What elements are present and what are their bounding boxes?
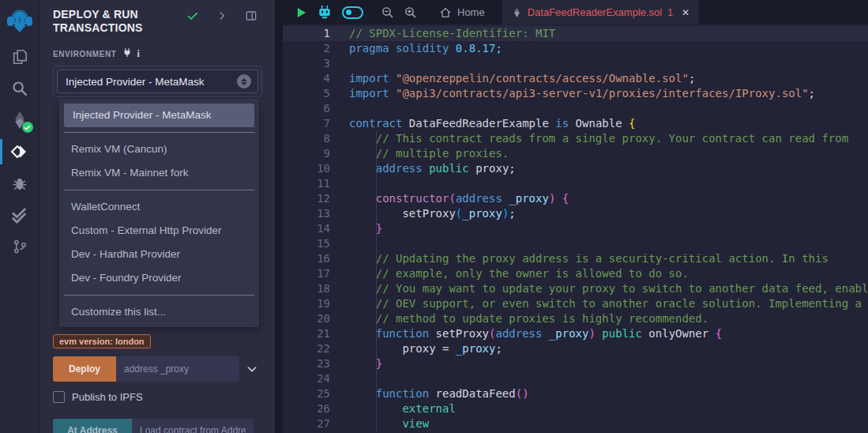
environment-label: ENVIRONMENT [53, 50, 117, 58]
code-line: 19 // OEV support, or even switch to ano… [283, 296, 868, 311]
code-line: 1// SPDX-License-Identifier: MIT [283, 26, 868, 41]
environment-menu-item[interactable]: Customize this list... [62, 300, 256, 324]
evm-version-badge: evm version: london [53, 334, 151, 348]
pin-panel-icon[interactable] [240, 9, 262, 22]
ai-assistant-icon[interactable] [312, 5, 337, 21]
line-number: 1 [283, 26, 330, 41]
at-address-input[interactable] [132, 419, 254, 433]
solidity-compiler-icon[interactable] [0, 104, 39, 136]
indent-guide [376, 311, 377, 326]
line-number: 9 [283, 146, 330, 161]
line-number: 18 [283, 281, 330, 296]
deploy-args-input[interactable] [116, 356, 239, 382]
panel-title: DEPLOY & RUN TRANSACTIONS [53, 8, 182, 35]
code-line: 16 // Updating the proxy address is a se… [283, 251, 868, 266]
code-line: 11 [283, 176, 868, 191]
line-number: 23 [283, 356, 330, 371]
code-line: 4import "@openzeppelin/contracts/access/… [283, 71, 868, 86]
deploy-run-panel: DEPLOY & RUN TRANSACTIONS ENVIRONMENT i [39, 0, 275, 433]
code-line: 8 // This contract reads from a single p… [283, 131, 868, 146]
code-line: 22 proxy = _proxy; [283, 341, 868, 356]
menu-divider [64, 295, 254, 296]
environment-menu-item[interactable]: Dev - Foundry Provider [62, 266, 256, 290]
line-number: 12 [283, 191, 330, 206]
indent-guide [376, 251, 377, 266]
close-tab-icon[interactable]: ✕ [682, 7, 690, 18]
environment-menu-item[interactable]: Custom - External Http Provider [62, 219, 256, 243]
environment-menu-item[interactable]: Remix VM - Mainnet fork [62, 161, 256, 185]
line-number: 24 [283, 371, 330, 386]
icon-rail [0, 0, 39, 433]
line-number: 19 [283, 296, 330, 311]
chevron-right-icon[interactable] [212, 10, 232, 21]
line-number: 11 [283, 176, 330, 191]
environment-menu-item[interactable]: Dev - Hardhat Provider [62, 243, 256, 266]
expand-params-icon[interactable] [246, 363, 258, 375]
code-line: 24 [283, 371, 868, 386]
select-caret-icon[interactable] [237, 74, 251, 88]
line-number: 4 [283, 71, 330, 86]
code-line: 2pragma solidity 0.8.17; [283, 41, 868, 56]
code-line: 7contract DataFeedReaderExample is Ownab… [283, 116, 868, 131]
environment-menu-item[interactable]: Remix VM (Cancun) [62, 137, 256, 161]
at-address-button[interactable]: At Address [53, 419, 132, 433]
deploy-run-icon[interactable] [0, 136, 39, 168]
line-number: 25 [283, 386, 330, 401]
line-number: 27 [283, 416, 330, 431]
file-error-count-badge: 1 [667, 7, 673, 18]
info-icon[interactable]: i [137, 48, 140, 60]
deploy-button[interactable]: Deploy [53, 356, 116, 382]
indent-guide [376, 161, 377, 176]
git-icon[interactable] [0, 231, 39, 262]
line-number: 15 [283, 236, 330, 251]
environment-menu-item[interactable]: Injected Provider - MetaMask [64, 104, 254, 127]
panel-header: DEPLOY & RUN TRANSACTIONS [53, 8, 262, 35]
code-line: 21 function setProxy(address _proxy) pub… [283, 326, 868, 341]
line-number: 26 [283, 401, 330, 416]
at-address-row: At Address [53, 419, 262, 433]
code-line: 5import "@api3/contracts/api3-server-v1/… [283, 86, 868, 101]
line-number: 6 [283, 101, 330, 116]
line-number: 8 [283, 131, 330, 146]
environment-select[interactable]: Injected Provider - MetaMask [57, 70, 258, 93]
environment-selected-value: Injected Provider - MetaMask [66, 76, 205, 88]
indent-guide [376, 266, 377, 281]
indent-guide [376, 281, 377, 296]
line-number: 3 [283, 56, 330, 71]
line-number: 2 [283, 41, 330, 56]
debugger-icon[interactable] [0, 168, 39, 199]
active-file-name: DataFeedReaderExample.sol [528, 6, 663, 18]
code-line: 13 setProxy(_proxy); [283, 206, 868, 221]
code-line: 14 } [283, 221, 868, 236]
menu-divider [64, 132, 254, 133]
search-icon[interactable] [0, 73, 39, 104]
line-number: 16 [283, 251, 330, 266]
unit-testing-icon[interactable] [0, 199, 39, 231]
code-line: 25 function readDataFeed() [283, 386, 868, 401]
plug-icon[interactable] [122, 47, 132, 61]
environment-menu-item[interactable]: WalletConnect [62, 195, 256, 219]
editor-pane: Home DataFeedReaderExample.sol 1 ✕ 1// S… [283, 0, 868, 433]
publish-ipfs-checkbox[interactable] [53, 391, 65, 403]
tab-active-file[interactable]: DataFeedReaderExample.sol 1 ✕ [502, 0, 699, 24]
code-line: 27 view [283, 416, 868, 431]
code-editor[interactable]: 1// SPDX-License-Identifier: MIT2pragma … [283, 24, 868, 433]
publish-row: Publish to IPFS [53, 391, 262, 403]
ai-copilot-toggle-icon[interactable] [337, 6, 368, 19]
remix-logo-icon[interactable] [0, 0, 39, 41]
deploy-row: Deploy [53, 356, 262, 382]
tab-home[interactable]: Home [433, 0, 491, 24]
run-script-icon[interactable] [291, 6, 312, 19]
file-explorer-icon[interactable] [0, 41, 39, 73]
compiled-check-badge [22, 122, 33, 133]
environment-select-box: Injected Provider - MetaMask [53, 66, 262, 97]
zoom-out-icon[interactable] [376, 6, 399, 19]
code-line: 23 } [283, 356, 868, 371]
line-number: 21 [283, 326, 330, 341]
check-icon[interactable] [182, 9, 204, 22]
panel-resize-handle[interactable] [275, 0, 283, 433]
zoom-in-icon[interactable] [399, 6, 422, 19]
line-number: 10 [283, 161, 330, 176]
indent-guide [376, 221, 377, 236]
code-line: 3 [283, 56, 868, 71]
